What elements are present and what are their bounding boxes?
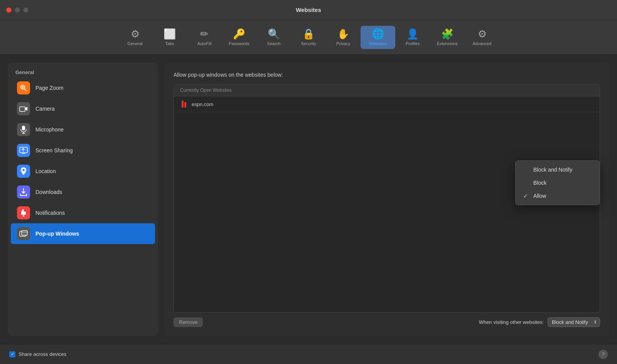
- help-button[interactable]: ?: [598, 350, 608, 359]
- toolbar-label-advanced: Advanced: [473, 41, 492, 46]
- sidebar-item-location[interactable]: Location: [11, 161, 155, 182]
- sidebar-item-page-zoom[interactable]: Page Zoom: [11, 78, 155, 98]
- maximize-button[interactable]: [23, 7, 29, 13]
- allow-label: Allow: [533, 193, 546, 199]
- popup-menu: Block and Notify Block ✓ Allow: [515, 160, 600, 205]
- popup-menu-item-block-notify[interactable]: Block and Notify: [516, 163, 600, 176]
- toolbar-item-websites[interactable]: 🌐 Websites: [361, 26, 395, 49]
- websites-icon: 🌐: [372, 29, 384, 39]
- toolbar-item-autofill[interactable]: ✏ AutoFill: [187, 26, 222, 49]
- popup-menu-item-block[interactable]: Block: [516, 176, 600, 189]
- privacy-icon: ✋: [337, 29, 349, 39]
- other-websites-label: When visiting other websites:: [479, 319, 544, 325]
- other-websites-select[interactable]: Block and Notify Block Allow: [548, 317, 600, 327]
- toolbar-label-tabs: Tabs: [165, 41, 174, 46]
- window-title: Websites: [296, 7, 321, 13]
- toolbar-label-security: Security: [301, 41, 316, 46]
- svg-rect-16: [22, 231, 27, 235]
- toolbar-label-passwords: Passwords: [229, 41, 249, 46]
- sidebar-item-popup-windows[interactable]: Pop-up Windows: [11, 223, 155, 244]
- block-notify-check: [523, 167, 529, 173]
- svg-point-12: [22, 169, 25, 171]
- passwords-icon: 🔑: [233, 29, 245, 39]
- content-title: Allow pop-up windows on the websites bel…: [174, 72, 600, 78]
- toolbar-label-general: General: [127, 41, 142, 46]
- traffic-lights: [6, 7, 29, 13]
- sidebar-label-microphone: Microphone: [35, 126, 64, 133]
- camera-icon: [17, 102, 30, 115]
- toolbar: ⚙ General ⬜ Tabs ✏ AutoFill 🔑 Passwords …: [0, 20, 617, 55]
- remove-button[interactable]: Remove: [174, 317, 203, 327]
- allow-check: ✓: [523, 193, 529, 199]
- svg-line-1: [24, 89, 27, 91]
- toolbar-label-extensions: Extensions: [437, 41, 458, 46]
- sidebar-label-notifications: Notifications: [35, 210, 65, 216]
- page-zoom-icon: [17, 81, 30, 94]
- toolbar-label-profiles: Profiles: [406, 41, 420, 46]
- block-notify-label: Block and Notify: [533, 167, 572, 173]
- toolbar-item-security[interactable]: 🔒 Security: [291, 26, 326, 49]
- toolbar-label-websites: Websites: [369, 41, 386, 46]
- sidebar-item-notifications[interactable]: Notifications: [11, 202, 155, 223]
- sidebar-label-location: Location: [35, 168, 56, 174]
- sidebar-item-microphone[interactable]: Microphone: [11, 119, 155, 140]
- sidebar-label-camera: Camera: [35, 106, 55, 112]
- toolbar-item-search[interactable]: 🔍 Search: [256, 26, 291, 49]
- location-icon: [17, 165, 30, 178]
- share-devices-label: Share across devices: [19, 351, 66, 357]
- notifications-icon: [17, 206, 30, 219]
- toolbar-item-general[interactable]: ⚙ General: [118, 26, 152, 49]
- autofill-icon: ✏: [200, 29, 209, 39]
- espn-site-icon: [180, 100, 188, 108]
- downloads-icon: [17, 185, 30, 199]
- close-button[interactable]: [6, 7, 12, 13]
- content-panel: Allow pop-up windows on the websites bel…: [164, 62, 609, 336]
- toolbar-label-search: Search: [267, 41, 281, 46]
- popup-icon: [17, 227, 30, 240]
- block-label: Block: [533, 180, 546, 186]
- toolbar-item-passwords[interactable]: 🔑 Passwords: [222, 26, 256, 49]
- screen-sharing-icon: [17, 144, 30, 157]
- sidebar-item-screen-sharing[interactable]: Screen Sharing: [11, 140, 155, 161]
- titlebar: Websites: [0, 0, 617, 20]
- toolbar-label-privacy: Privacy: [336, 41, 350, 46]
- share-devices-checkbox[interactable]: ✓: [9, 351, 15, 357]
- svg-point-13: [23, 215, 24, 217]
- sidebar-label-screen-sharing: Screen Sharing: [35, 147, 73, 153]
- toolbar-item-extensions[interactable]: 🧩 Extensions: [430, 26, 465, 49]
- bottom-bar: ✓ Share across devices ?: [0, 344, 617, 364]
- content-bottom: Remove When visiting other websites: Blo…: [174, 317, 600, 327]
- main-area: General Page Zoom Camera: [0, 55, 617, 344]
- toolbar-item-profiles[interactable]: 👤 Profiles: [395, 26, 430, 49]
- toolbar-item-privacy[interactable]: ✋ Privacy: [326, 26, 361, 49]
- sidebar-item-camera[interactable]: Camera: [11, 98, 155, 119]
- profiles-icon: 👤: [406, 29, 419, 39]
- sidebar-section-title: General: [8, 66, 158, 78]
- extensions-icon: 🧩: [441, 29, 453, 39]
- general-icon: ⚙: [131, 29, 140, 39]
- sidebar: General Page Zoom Camera: [8, 62, 158, 336]
- sidebar-item-downloads[interactable]: Downloads: [11, 182, 155, 202]
- other-websites-section: When visiting other websites: Block and …: [479, 317, 600, 327]
- espn-domain: espn.com: [192, 101, 213, 107]
- sidebar-label-downloads: Downloads: [35, 189, 62, 195]
- share-devices-section: ✓ Share across devices: [9, 351, 66, 357]
- table-header: Currently Open Websites: [174, 84, 600, 96]
- svg-rect-4: [20, 107, 25, 111]
- microphone-icon: [17, 123, 30, 136]
- toolbar-item-tabs[interactable]: ⬜ Tabs: [152, 26, 187, 49]
- advanced-icon: ⚙: [478, 29, 487, 39]
- toolbar-label-autofill: AutoFill: [197, 41, 212, 46]
- toolbar-item-advanced[interactable]: ⚙ Advanced: [465, 26, 499, 49]
- table-row[interactable]: espn.com: [174, 96, 600, 112]
- svg-rect-9: [20, 147, 27, 153]
- block-check: [523, 180, 529, 186]
- help-icon: ?: [602, 352, 605, 357]
- svg-marker-5: [25, 107, 27, 111]
- tabs-icon: ⬜: [164, 29, 176, 39]
- popup-menu-item-allow[interactable]: ✓ Allow: [516, 189, 600, 202]
- minimize-button[interactable]: [15, 7, 20, 13]
- security-icon: 🔒: [302, 29, 315, 39]
- sidebar-label-page-zoom: Page Zoom: [35, 85, 63, 91]
- search-icon: 🔍: [268, 29, 280, 39]
